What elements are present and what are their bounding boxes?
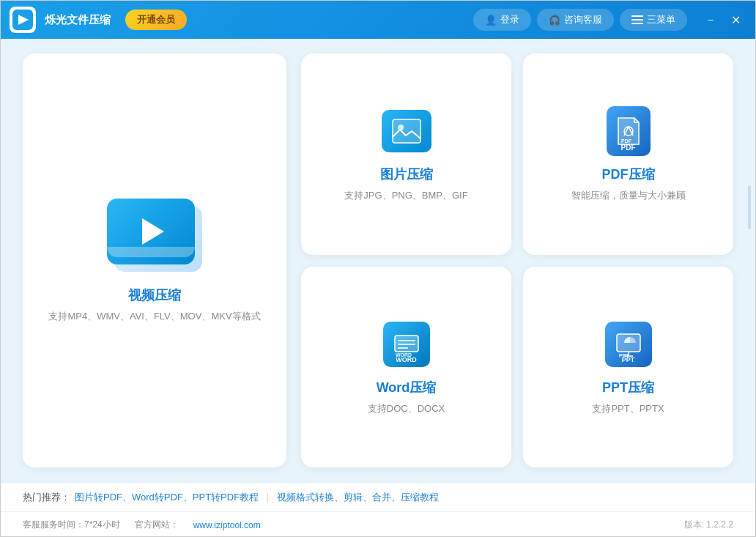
hot-separator: ｜	[263, 491, 273, 504]
image-desc: 支持JPG、PNG、BMP、GIF	[344, 189, 467, 202]
close-button[interactable]: ✕	[725, 12, 746, 29]
footer-service: 客服服务时间：7*24小时	[23, 519, 120, 531]
user-icon: 👤	[485, 15, 497, 26]
footer: 客服服务时间：7*24小时 官方网站： www.iziptool.com 版本:…	[1, 511, 755, 537]
svg-rect-3	[393, 119, 420, 143]
pdf-icon: PDF	[607, 106, 651, 156]
pdf-icon-wrap: PDF	[603, 105, 654, 157]
pdf-card[interactable]: PDF PDF压缩 智能压缩，质量与大小兼顾	[523, 53, 733, 255]
window-controls: － ✕	[699, 11, 746, 29]
hot-label: 热门推荐：	[23, 491, 70, 504]
video-title: 视频压缩	[128, 286, 181, 304]
app-title: 烁光文件压缩	[45, 13, 111, 27]
title-bar: 烁光文件压缩 开通会员 👤 登录 🎧 咨询客服 三菜单 － ✕	[1, 1, 755, 39]
ppt-card[interactable]: PPT PPT压缩 支持PPT、PPTX	[523, 267, 733, 468]
image-icon-wrap	[381, 105, 432, 157]
login-button[interactable]: 👤 登录	[473, 9, 531, 31]
word-card[interactable]: WORD Word压缩 支持DOC、DOCX	[301, 267, 511, 468]
menu-icon	[631, 15, 643, 24]
word-icon-wrap: WORD	[381, 319, 432, 370]
hot-link-1[interactable]: 图片转PDF、Word转PDF、PPT转PDF教程	[75, 491, 259, 504]
pdf-title: PDF压缩	[602, 166, 655, 183]
footer-website-label: 官方网站：	[135, 519, 179, 531]
right-grid: 图片压缩 支持JPG、PNG、BMP、GIF PDF PDF压缩 智能	[301, 53, 733, 467]
headset-icon: 🎧	[549, 15, 560, 26]
image-card[interactable]: 图片压缩 支持JPG、PNG、BMP、GIF	[301, 53, 511, 255]
main-content: 视频压缩 支持MP4、WMV、AVI、FLV、MOV、MKV等格式 图片压缩 支…	[1, 39, 755, 482]
menu-button[interactable]: 三菜单	[620, 9, 687, 31]
image-icon	[382, 110, 431, 152]
pdf-desc: 智能压缩，质量与大小兼顾	[571, 189, 686, 202]
word-icon: WORD	[383, 322, 430, 367]
footer-version: 版本: 1.2.2.2	[684, 519, 733, 531]
video-card[interactable]: 视频压缩 支持MP4、WMV、AVI、FLV、MOV、MKV等格式	[23, 53, 286, 467]
svg-text:WORD: WORD	[396, 352, 412, 358]
word-title: Word压缩	[377, 379, 437, 396]
support-button[interactable]: 🎧 咨询客服	[537, 9, 614, 31]
ppt-icon-wrap: PPT	[603, 319, 654, 370]
video-icon	[107, 199, 202, 272]
image-title: 图片压缩	[380, 166, 433, 183]
svg-text:PDF: PDF	[621, 138, 632, 144]
footer-website[interactable]: www.iziptool.com	[193, 520, 261, 530]
svg-text:PPT: PPT	[619, 353, 629, 358]
svg-rect-9	[395, 336, 418, 352]
ppt-icon: PPT	[605, 322, 652, 367]
ppt-title: PPT压缩	[602, 379, 654, 396]
hot-links-bar: 热门推荐： 图片转PDF、Word转PDF、PPT转PDF教程 ｜ 视频格式转换…	[1, 482, 755, 511]
app-logo	[10, 7, 36, 33]
scroll-indicator	[748, 185, 751, 229]
minimize-button[interactable]: －	[699, 11, 722, 29]
vip-button[interactable]: 开通会员	[125, 10, 187, 30]
hot-link-2[interactable]: 视频格式转换、剪辑、合并、压缩教程	[277, 491, 439, 504]
video-desc: 支持MP4、WMV、AVI、FLV、MOV、MKV等格式	[48, 310, 260, 323]
title-bar-right: 👤 登录 🎧 咨询客服 三菜单 － ✕	[473, 9, 746, 31]
ppt-desc: 支持PPT、PPTX	[592, 402, 664, 415]
word-desc: 支持DOC、DOCX	[368, 402, 445, 415]
